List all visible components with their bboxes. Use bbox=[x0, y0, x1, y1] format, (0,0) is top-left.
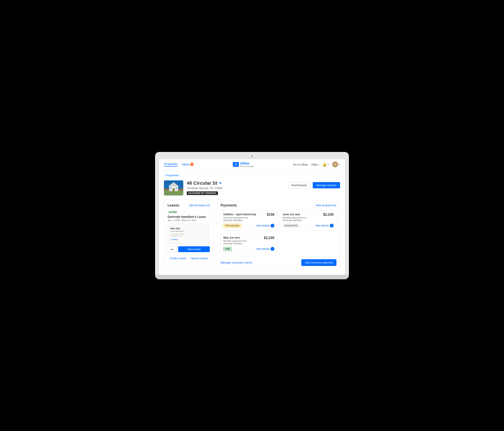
active-badge: ACTIVE bbox=[168, 211, 178, 214]
payment-status-badge: REQUESTED bbox=[283, 224, 299, 228]
payment-top: Utilities - April electricity One-time p… bbox=[223, 213, 274, 221]
check-circle-icon: ✓ bbox=[270, 224, 274, 228]
find-tenants-button[interactable]: Find tenants bbox=[288, 182, 311, 188]
manage-terms-link[interactable]: Manage Gertrude's terms bbox=[221, 261, 252, 264]
payment-footer: PAID View details ✓ bbox=[223, 247, 274, 251]
property-header: 46 Circular St ✎ Saratoga Springs, NY 12… bbox=[164, 180, 340, 195]
leases-section-header: Leases View all leases (4) bbox=[168, 203, 210, 207]
nav-properties[interactable]: Properties bbox=[164, 162, 178, 166]
payment-title: June 1st rent bbox=[283, 213, 306, 216]
inbox-count-badge: 4 bbox=[190, 163, 194, 166]
payment-title: Utilities - April electricity bbox=[223, 213, 256, 216]
view-details-link[interactable]: View details ✓ bbox=[256, 247, 274, 251]
payments-footer: Manage Gertrude's terms Add one-time pay… bbox=[221, 257, 336, 266]
page-content: ‹ Properties bbox=[159, 170, 345, 275]
nav-right: Go to Zillow Help ▾ 🔔 ▾ G ▾ bbox=[293, 161, 340, 167]
payment-amount: $2,245 bbox=[323, 213, 334, 217]
lease-dates: Jan 1, 2020 - May 31, 2021 bbox=[168, 219, 210, 221]
view-all-leases-link[interactable]: View all leases (4) bbox=[189, 204, 210, 207]
navbar: Properties Inbox 4 Zillow Rental Manager… bbox=[159, 159, 345, 170]
payment-amount: $2,245 bbox=[264, 236, 274, 240]
payment-footer: PROCESSING View details ✓ bbox=[223, 224, 274, 228]
payments-title: Payments bbox=[221, 203, 237, 207]
svg-rect-5 bbox=[170, 187, 172, 189]
lease-preview-subtitle: Lease Agreement bbox=[170, 230, 184, 232]
laptop-base bbox=[155, 275, 349, 279]
svg-rect-7 bbox=[173, 189, 174, 191]
go-to-zillow-link[interactable]: Go to Zillow bbox=[293, 163, 308, 166]
nav-left: Properties Inbox 4 bbox=[164, 162, 194, 166]
payment-card: Utilities - April electricity One-time p… bbox=[221, 210, 277, 230]
lease-preview: New York Lease Agreement ≡≡ Zillow bbox=[168, 224, 210, 244]
bell-chevron-icon: ▾ bbox=[328, 163, 329, 166]
payment-top: May 1st rent Monthly payment fromGertrud… bbox=[223, 236, 274, 245]
view-details-link[interactable]: View details ✓ bbox=[315, 224, 334, 228]
lease-line bbox=[170, 235, 183, 235]
logo-subtext: Rental Manager bbox=[240, 165, 254, 167]
view-details-label: View details bbox=[256, 248, 270, 250]
upload-lease-link[interactable]: Upload a lease bbox=[191, 257, 208, 260]
payments-section: Payments View all payments Utilities - A… bbox=[217, 200, 340, 270]
property-title: 46 Circular St ✎ bbox=[187, 180, 222, 186]
view-lease-button[interactable]: View lease bbox=[178, 246, 210, 252]
check-circle-icon: ✓ bbox=[330, 224, 334, 228]
property-image bbox=[164, 180, 183, 195]
zillow-logo-icon bbox=[233, 162, 239, 167]
payment-card: May 1st rent Monthly payment fromGertrud… bbox=[221, 233, 277, 254]
breadcrumb: ‹ Properties bbox=[164, 174, 340, 177]
lease-line bbox=[170, 233, 185, 234]
property-left: 46 Circular St ✎ Saratoga Springs, NY 12… bbox=[164, 180, 222, 195]
help-button[interactable]: Help ▾ bbox=[311, 163, 319, 166]
zillow-watermark: ≡≡ Zillow bbox=[170, 238, 178, 240]
edit-property-icon[interactable]: ✎ bbox=[219, 182, 222, 185]
avatar[interactable]: G bbox=[332, 161, 338, 167]
avatar-chevron-icon: ▾ bbox=[339, 163, 340, 166]
payment-status-badge: PAID bbox=[223, 247, 232, 251]
payment-from: Monthly payment fromGertrude Hamilton bbox=[223, 240, 247, 245]
property-address: Saratoga Springs, NY 12866 bbox=[187, 186, 222, 190]
notification-bell-icon[interactable]: 🔔 bbox=[323, 163, 327, 166]
create-lease-link[interactable]: Create a lease bbox=[170, 257, 186, 260]
lease-actions: ••• View lease bbox=[168, 246, 210, 252]
payments-grid: Utilities - April electricity One-time p… bbox=[221, 210, 336, 254]
add-payment-button[interactable]: Add one-time payment bbox=[301, 259, 336, 266]
payment-from: One-time payment fromGertrude Hamilton bbox=[223, 216, 256, 221]
payments-section-header: Payments View all payments bbox=[221, 203, 336, 207]
view-all-payments-link[interactable]: View all payments bbox=[316, 204, 337, 207]
payment-footer: REQUESTED View details ✓ bbox=[283, 224, 334, 228]
svg-rect-6 bbox=[176, 187, 177, 189]
lease-footer: Create a lease | Upload a lease bbox=[168, 255, 210, 260]
lease-name: Gertrude Hamilton's Lease bbox=[168, 215, 210, 219]
leases-section: Leases View all leases (4) ACTIVE Gertru… bbox=[164, 200, 214, 270]
breadcrumb-properties-link[interactable]: Properties bbox=[166, 174, 179, 177]
payment-amount: $158 bbox=[267, 213, 274, 217]
payment-status-badge: PROCESSING bbox=[223, 224, 241, 228]
view-details-label: View details bbox=[256, 224, 270, 227]
breadcrumb-arrow-icon: ‹ bbox=[164, 174, 165, 177]
lease-preview-lines bbox=[170, 233, 185, 237]
logo-text: Zillow bbox=[240, 161, 249, 165]
view-details-label: View details bbox=[315, 224, 329, 227]
lease-more-options-button[interactable]: ••• bbox=[168, 246, 176, 252]
leases-title: Leases bbox=[168, 203, 179, 207]
view-details-link[interactable]: View details ✓ bbox=[256, 224, 274, 228]
occupied-status-badge: OCCUPIED BY TENANTS bbox=[187, 191, 218, 195]
payment-top: June 1st rent Monthly payment fromGertru… bbox=[283, 213, 334, 221]
check-circle-icon: ✓ bbox=[270, 247, 274, 251]
help-chevron-icon: ▾ bbox=[318, 163, 319, 166]
property-info: 46 Circular St ✎ Saratoga Springs, NY 12… bbox=[187, 180, 222, 195]
main-sections: Leases View all leases (4) ACTIVE Gertru… bbox=[164, 200, 340, 270]
divider: | bbox=[188, 257, 189, 260]
lease-line bbox=[170, 236, 181, 237]
nav-inbox[interactable]: Inbox bbox=[182, 163, 189, 166]
lease-card: ACTIVE Gertrude Hamilton's Lease Jan 1, … bbox=[168, 210, 210, 252]
payment-card: June 1st rent Monthly payment fromGertru… bbox=[280, 210, 336, 230]
manage-tenants-button[interactable]: Manage tenants bbox=[313, 182, 340, 188]
payment-from: Monthly payment fromGertrude Hamilton bbox=[283, 216, 306, 221]
property-actions: Find tenants Manage tenants bbox=[288, 182, 340, 188]
payment-title: May 1st rent bbox=[223, 236, 247, 239]
lease-preview-title: New York bbox=[170, 227, 180, 230]
zillow-logo: Zillow Rental Manager bbox=[233, 161, 254, 167]
